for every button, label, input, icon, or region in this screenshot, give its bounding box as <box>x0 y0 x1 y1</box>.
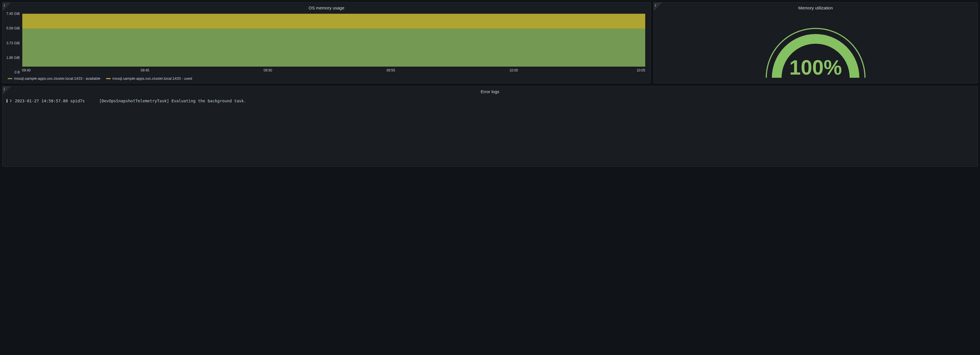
log-text: 2023-01-27 14:58:57.80 spid7s [DevOpsSna… <box>15 99 246 103</box>
x-tick: 09:50 <box>264 68 272 72</box>
chart-plot-area[interactable] <box>22 14 645 67</box>
chart-series-available <box>22 29 645 67</box>
x-tick: 09:40 <box>22 68 30 72</box>
logs-body: ❯ 2023-01-27 14:58:57.80 spid7s [DevOpsS… <box>3 96 977 166</box>
legend-item-used[interactable]: mssql.sample-apps.svc.cluster.local:1433… <box>106 76 192 81</box>
legend-item-available[interactable]: mssql.sample-apps.svc.cluster.local:1433… <box>8 76 100 81</box>
legend-swatch <box>106 78 111 79</box>
panel-info-corner[interactable]: i <box>654 3 662 11</box>
panel-info-corner[interactable]: i <box>3 86 11 95</box>
panel-title[interactable]: Memory utilization <box>654 3 977 12</box>
legend-label: mssql.sample-apps.svc.cluster.local:1433… <box>112 76 192 81</box>
log-line[interactable]: ❯ 2023-01-27 14:58:57.80 spid7s [DevOpsS… <box>6 98 974 104</box>
chevron-right-icon[interactable]: ❯ <box>10 99 13 103</box>
info-icon: i <box>655 3 656 8</box>
x-tick: 10:00 <box>509 68 518 72</box>
legend-swatch <box>8 78 12 79</box>
panel-memory-utilization[interactable]: i Memory utilization 100% <box>654 2 978 83</box>
legend-label: mssql.sample-apps.svc.cluster.local:1433… <box>14 76 100 81</box>
dashboard-root: i OS memory usage 7.45 GiB 5.59 GiB 3.73… <box>0 0 980 169</box>
panel-info-corner[interactable]: i <box>3 3 11 11</box>
chart-x-axis: 09:40 09:45 09:50 09:55 10:00 10:05 <box>22 67 645 72</box>
chart-legend: mssql.sample-apps.svc.cluster.local:1433… <box>3 75 651 83</box>
gauge-wrap: 100% <box>764 12 867 78</box>
chart-body: 7.45 GiB 5.59 GiB 3.73 GiB 1.86 GiB 0 B … <box>3 12 651 75</box>
plot-column: 09:40 09:45 09:50 09:55 10:00 10:05 <box>22 14 645 72</box>
info-icon: i <box>4 87 5 91</box>
x-tick: 10:05 <box>636 68 645 72</box>
x-tick: 09:55 <box>387 68 395 72</box>
chart-y-axis: 7.45 GiB 5.59 GiB 3.73 GiB 1.86 GiB 0 B <box>5 14 22 72</box>
x-tick: 09:45 <box>141 68 149 72</box>
panel-title[interactable]: OS memory usage <box>3 3 651 12</box>
log-level-bar <box>6 99 8 103</box>
panel-os-memory-usage[interactable]: i OS memory usage 7.45 GiB 5.59 GiB 3.73… <box>2 2 651 83</box>
gauge-value: 100% <box>764 57 867 78</box>
info-icon: i <box>4 3 5 8</box>
panel-error-logs[interactable]: i Error logs ❯ 2023-01-27 14:58:57.80 sp… <box>2 86 978 167</box>
panel-title[interactable]: Error logs <box>3 86 977 96</box>
gauge-body: 100% <box>654 12 977 83</box>
